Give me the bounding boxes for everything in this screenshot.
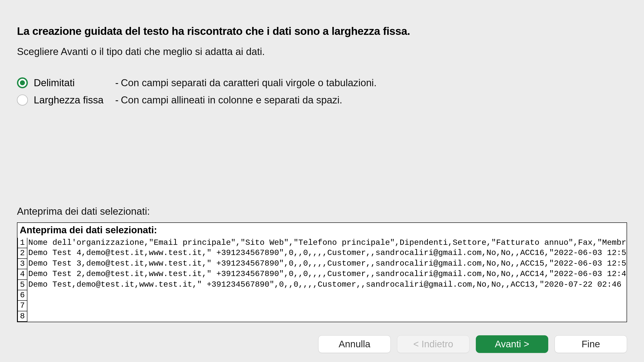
preview-row-data [27, 290, 626, 301]
radio-delimited[interactable] [17, 77, 28, 88]
finish-button[interactable]: Fine [554, 335, 627, 353]
dash: - [115, 94, 118, 106]
preview-row-data: Demo Test 3,demo@test.it,www.test.it," +… [27, 259, 626, 269]
preview-row-number: 7 [18, 301, 27, 311]
data-type-radio-group: Delimitati - Con campi separati da carat… [17, 77, 627, 106]
wizard-button-row: Annulla < Indietro Avanti > Fine [318, 335, 627, 353]
preview-box: Anteprima dei dati selezionati: 1Nome de… [17, 222, 627, 322]
preview-row-data: Demo Test,demo@test.it,www.test.it," +39… [27, 280, 626, 290]
preview-row-data: Nome dell'organizzazione,"Email principa… [27, 238, 626, 248]
next-button[interactable]: Avanti > [476, 335, 548, 353]
preview-row: 4Demo Test 2,demo@test.it,www.test.it," … [18, 269, 626, 279]
radio-fixed-width-label: Larghezza fissa [34, 94, 115, 106]
preview-row-data [27, 311, 626, 322]
preview-row-data: Demo Test 2,demo@test.it,www.test.it," +… [27, 269, 626, 279]
radio-row-fixed-width[interactable]: Larghezza fissa - Con campi allineati in… [17, 94, 627, 106]
cancel-button[interactable]: Annulla [318, 335, 391, 353]
wizard-heading: La creazione guidata del testo ha riscon… [17, 25, 627, 37]
radio-delimited-label: Delimitati [34, 77, 115, 88]
preview-row-number: 2 [18, 248, 27, 258]
preview-row: 1Nome dell'organizzazione,"Email princip… [18, 238, 626, 248]
preview-row-number: 3 [18, 259, 27, 269]
dash: - [115, 77, 118, 88]
radio-fixed-width-desc: Con campi allineati in colonne e separat… [121, 94, 342, 106]
radio-delimited-desc: Con campi separati da caratteri quali vi… [121, 77, 377, 88]
preview-row: 2Demo Test 4,demo@test.it,www.test.it," … [18, 248, 626, 258]
back-button: < Indietro [397, 335, 470, 353]
preview-row: 5Demo Test,demo@test.it,www.test.it," +3… [18, 280, 626, 290]
preview-row: 6 [18, 290, 626, 301]
preview-row-number: 1 [18, 238, 27, 248]
preview-table: 1Nome dell'organizzazione,"Email princip… [18, 238, 626, 322]
radio-fixed-width[interactable] [17, 95, 28, 105]
preview-row-number: 8 [18, 311, 27, 322]
radio-row-delimited[interactable]: Delimitati - Con campi separati da carat… [17, 77, 627, 88]
preview-row-number: 5 [18, 280, 27, 290]
preview-row-data [27, 301, 626, 311]
preview-box-header: Anteprima dei dati selezionati: [18, 223, 626, 238]
preview-row: 3Demo Test 3,demo@test.it,www.test.it," … [18, 259, 626, 269]
preview-row-number: 4 [18, 269, 27, 279]
preview-row-data: Demo Test 4,demo@test.it,www.test.it," +… [27, 248, 626, 258]
preview-row: 7 [18, 301, 626, 311]
preview-row: 8 [18, 311, 626, 322]
wizard-subheading: Scegliere Avanti o il tipo dati che megl… [17, 46, 627, 57]
preview-row-number: 6 [18, 290, 27, 301]
preview-label: Anteprima dei dati selezionati: [17, 206, 627, 217]
